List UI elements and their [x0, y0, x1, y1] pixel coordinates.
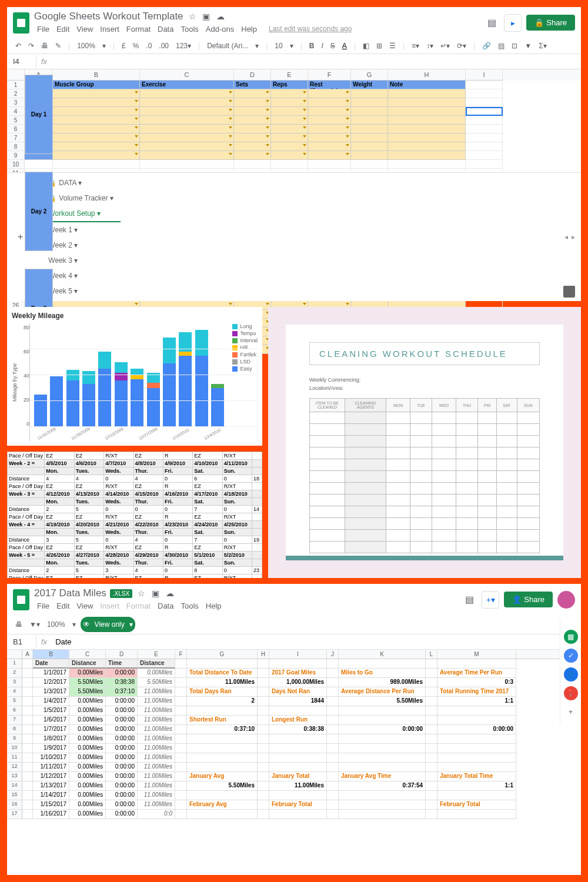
menu-data[interactable]: Data — [155, 24, 176, 35]
sheet-tab[interactable]: 🔒 Volume Tracker ▾ — [41, 191, 121, 206]
sheet-tab[interactable]: Week 2 ▾ — [41, 238, 121, 253]
document-page: CLEANING WORKOUT SCHEDULE Weekly Commenc… — [286, 325, 563, 560]
chart-bar — [34, 395, 47, 427]
menu-format[interactable]: Format — [123, 24, 153, 35]
cleaning-schedule-panel: CLEANING WORKOUT SCHEDULE Weekly Commenc… — [268, 307, 581, 578]
sheets-workout-panel: Google Sheets Workout Template ☆ ▣ ☁ Fil… — [7, 7, 581, 301]
filter-icon[interactable]: ▼▾ — [27, 619, 42, 630]
zoom-select[interactable]: 100% — [45, 619, 68, 630]
menu-tools[interactable]: Tools — [178, 600, 201, 612]
formula-bar[interactable]: Date — [52, 636, 75, 647]
menu-help[interactable]: Help — [203, 600, 225, 612]
side-panel: ▦ ✓ 👤 📍 + — [560, 619, 581, 724]
chart-legend: LongTempoIntervalHillFartlekLSDEasy — [232, 323, 258, 373]
view-only-button[interactable]: 👁 View only ▾ — [81, 617, 135, 632]
menu-format[interactable]: Format — [123, 600, 153, 612]
toolbar: ↶↷ 🖶✎ |100%▾ |£%.0.00123▾ |Default (Ari.… — [7, 38, 581, 54]
sheet-tab[interactable]: Week 3 ▾ — [41, 253, 121, 268]
chart-bar — [66, 370, 79, 427]
day-label: Day 1 — [25, 75, 53, 154]
sheets-logo-icon[interactable] — [13, 12, 29, 34]
toolbar: 🖶 ▼▾ 100%▾ 👁 View only ▾ ʌ — [7, 615, 581, 634]
sheet-tab[interactable]: Workout Setup ▾ — [41, 206, 121, 222]
star-icon[interactable]: ☆ — [189, 12, 196, 21]
menu-tools[interactable]: Tools — [178, 24, 201, 35]
chart-bar — [131, 369, 143, 427]
undo-icon[interactable]: ↶ — [13, 40, 24, 52]
menu-bar: FileEditViewInsertFormatDataToolsHelp — [34, 600, 457, 612]
chart-bar — [179, 332, 192, 427]
menu-insert[interactable]: Insert — [97, 24, 122, 35]
redo-icon[interactable]: ↷ — [26, 40, 36, 52]
move-icon[interactable]: ▣ — [152, 589, 159, 598]
font-size[interactable]: 10 — [272, 40, 285, 52]
fx-icon: fx — [36, 637, 52, 646]
col-header[interactable]: E — [271, 69, 308, 81]
sheet-tab[interactable]: Week 1 ▾ — [41, 222, 121, 238]
present-button[interactable]: ▸ — [504, 14, 522, 32]
print-icon[interactable]: 🖶 — [13, 619, 25, 630]
sheets-miles-panel: 2017 Data Miles .XLSX ☆ ▣ ☁ FileEditView… — [7, 584, 581, 875]
share-button[interactable]: 🔒 Share — [526, 15, 575, 31]
menu-file[interactable]: File — [34, 600, 52, 612]
comment-icon[interactable]: ▤ — [462, 592, 477, 607]
cleaning-table[interactable]: ITEM TO BE CLEANEDCLEANING AGENTSMONTUEW… — [309, 398, 540, 553]
menu-file[interactable]: File — [34, 24, 52, 35]
col-header[interactable]: C — [140, 69, 234, 81]
header: Google Sheets Workout Template ☆ ▣ ☁ Fil… — [7, 7, 581, 38]
menu-insert[interactable]: Insert — [97, 600, 122, 612]
menu-view[interactable]: View — [74, 600, 96, 612]
day-label: Day 2 — [25, 172, 53, 251]
star-icon[interactable]: ☆ — [138, 589, 145, 598]
name-box[interactable]: B1 — [7, 636, 36, 648]
present-button[interactable]: +▾ — [482, 591, 499, 609]
add-icon[interactable]: + — [564, 705, 578, 719]
menu-data[interactable]: Data — [155, 600, 176, 612]
font-select[interactable]: Default (Ari... — [205, 40, 250, 52]
calendar-icon[interactable]: ▦ — [564, 630, 578, 644]
menu-view[interactable]: View — [74, 24, 96, 35]
menu-edit[interactable]: Edit — [54, 600, 72, 612]
chart-bar — [147, 373, 160, 427]
col-header[interactable]: G — [351, 69, 388, 81]
spreadsheet-grid[interactable]: ABCDEFGHIJKLM 1DateDistanceTimeDistance2… — [7, 650, 581, 819]
move-icon[interactable]: ▣ — [202, 12, 210, 21]
col-header[interactable]: I — [466, 69, 503, 81]
cloud-icon[interactable]: ☁ — [166, 589, 174, 598]
zoom-select[interactable]: 100% — [75, 40, 98, 52]
training-table-panel: Pace / Off DayEZEZR/XTEZREZR/XTWeek - 2 … — [7, 452, 262, 578]
tasks-icon[interactable]: ✓ — [564, 649, 578, 663]
paint-icon[interactable]: ✎ — [53, 40, 64, 52]
last-edit-text[interactable]: Last edit was seconds ago — [266, 24, 355, 35]
doc-heading: CLEANING WORKOUT SCHEDULE — [309, 342, 540, 365]
print-icon[interactable]: 🖶 — [39, 40, 51, 52]
col-header[interactable]: B — [53, 69, 140, 81]
tab-prev[interactable]: ◂ — [564, 233, 568, 241]
menu-add-ons[interactable]: Add-ons — [203, 24, 237, 35]
chart-bar — [82, 371, 95, 427]
sheet-tab[interactable]: Week 5 ▾ — [41, 283, 121, 299]
col-header[interactable]: F — [308, 69, 351, 81]
sheet-tab[interactable]: 🔒 DATA ▾ — [41, 175, 121, 191]
training-table[interactable]: Pace / Off DayEZEZR/XTEZREZR/XTWeek - 2 … — [7, 452, 262, 578]
col-header[interactable]: D — [234, 69, 271, 81]
maps-icon[interactable]: 📍 — [564, 686, 578, 700]
menu-edit[interactable]: Edit — [54, 24, 72, 35]
meta-location: Location/Area: — [309, 385, 540, 391]
col-header[interactable]: H — [388, 69, 466, 81]
name-box[interactable]: I4 — [7, 55, 36, 68]
chart-bar — [98, 352, 111, 427]
sheet-tab[interactable]: Week 4 ▾ — [41, 268, 121, 283]
tab-next[interactable]: ▸ — [572, 233, 575, 241]
doc-title[interactable]: 2017 Data Miles — [34, 587, 106, 599]
explore-button[interactable] — [563, 286, 575, 298]
cloud-icon[interactable]: ☁ — [216, 12, 225, 21]
comment-icon[interactable]: ▤ — [484, 15, 499, 31]
doc-title[interactable]: Google Sheets Workout Template — [34, 11, 183, 22]
menu-help[interactable]: Help — [238, 24, 260, 35]
header: 2017 Data Miles .XLSX ☆ ▣ ☁ FileEditView… — [7, 584, 581, 615]
sheets-logo-icon[interactable] — [13, 589, 29, 610]
share-button[interactable]: 👤 Share — [504, 592, 553, 607]
avatar[interactable] — [557, 591, 575, 609]
contacts-icon[interactable]: 👤 — [564, 667, 578, 681]
